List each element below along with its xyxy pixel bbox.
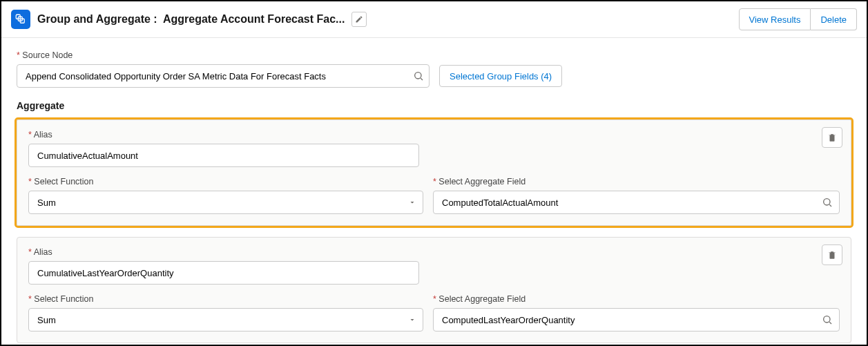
source-node-label: Source Node (17, 50, 851, 60)
selected-group-fields-button[interactable]: Selected Group Fields (4) (439, 65, 562, 87)
select-function-input[interactable] (28, 308, 423, 331)
select-function-dropdown[interactable] (28, 308, 423, 331)
panel-header: Group and Aggregate : Aggregate Account … (1, 1, 867, 37)
aggregate-field-input[interactable] (433, 191, 840, 214)
trash-icon (827, 133, 837, 142)
aggregate-node-icon (11, 10, 30, 29)
source-node-input[interactable] (17, 64, 430, 88)
aggregate-card: Alias Select Function Select Aggregate F… (17, 119, 851, 226)
select-aggregate-field-label: Select Aggregate Field (433, 177, 840, 186)
select-function-label: Select Function (28, 294, 423, 304)
edit-name-button[interactable] (351, 12, 367, 27)
aggregate-field-lookup[interactable] (433, 308, 840, 331)
pencil-icon (355, 15, 363, 23)
aggregate-section-title: Aggregate (17, 100, 851, 111)
select-function-input[interactable] (28, 191, 423, 214)
delete-button[interactable]: Delete (811, 8, 857, 30)
aggregate-field-input[interactable] (433, 308, 840, 331)
alias-label: Alias (28, 130, 840, 140)
remove-aggregate-button[interactable] (822, 127, 842, 148)
view-results-button[interactable]: View Results (739, 8, 811, 30)
select-aggregate-field-label: Select Aggregate Field (433, 294, 840, 304)
remove-aggregate-button[interactable] (822, 244, 842, 265)
panel-title: Group and Aggregate : Aggregate Account … (37, 13, 345, 26)
select-function-dropdown[interactable] (28, 191, 423, 214)
alias-label: Alias (28, 247, 840, 257)
header-action-group: View Results Delete (739, 8, 857, 30)
trash-icon (827, 250, 837, 260)
aggregate-field-lookup[interactable] (433, 191, 840, 214)
aggregate-card: Alias Select Function Select Aggregate F… (17, 237, 851, 343)
source-node-lookup[interactable] (17, 64, 430, 88)
alias-input[interactable] (28, 144, 419, 167)
alias-input[interactable] (28, 261, 419, 285)
select-function-label: Select Function (28, 177, 423, 186)
